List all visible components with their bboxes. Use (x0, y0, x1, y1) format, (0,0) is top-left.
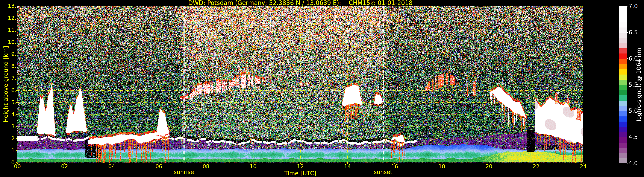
colorbar-tick-mark (627, 111, 628, 111)
y-tick-mark (16, 54, 18, 54)
x-tick-label: 02 (57, 163, 72, 169)
x-tick-label: 16 (387, 163, 402, 169)
colorbar-tick-mark (627, 6, 628, 7)
x-tick-mark (347, 163, 348, 164)
y-tick-mark (16, 150, 18, 151)
x-tick-mark (394, 163, 395, 164)
x-tick-label: 12 (293, 163, 308, 169)
y-tick-mark (16, 66, 18, 66)
x-tick-mark (158, 163, 159, 164)
y-tick-label: 8. (0, 63, 16, 69)
y-tick-label: 11. (0, 27, 16, 33)
colorbar-tick-label: 4.0 (628, 160, 638, 167)
y-tick-label: 13. (0, 3, 16, 9)
y-tick-mark (16, 18, 18, 18)
colorbar-tick-mark (627, 85, 628, 85)
y-tick-label: 10. (0, 39, 16, 45)
y-tick-label: 1. (0, 147, 16, 154)
y-tick-mark (16, 114, 18, 115)
y-tick-mark (16, 30, 18, 30)
x-tick-label: 00 (10, 163, 25, 169)
y-tick-mark (16, 102, 18, 103)
x-tick-mark (112, 163, 112, 164)
y-tick-mark (16, 90, 18, 91)
y-tick-label: 7. (0, 75, 16, 81)
x-tick-label: 08 (198, 163, 214, 169)
colorbar-tick-label: 7.0 (628, 3, 638, 10)
colorbar-tick-mark (627, 32, 628, 33)
colorbar-label: log(rc-signal) @ 1064 nm (636, 48, 642, 121)
y-tick-mark (16, 42, 18, 42)
x-tick-label: 22 (528, 163, 544, 169)
x-tick-label: 14 (340, 163, 355, 169)
sunset-annotation: sunset (364, 169, 402, 175)
colorbar-tick-label: 6.5 (628, 29, 638, 36)
x-tick-label: 04 (104, 163, 120, 169)
x-tick-label: 10 (246, 163, 261, 169)
backscatter-heatmap-canvas (18, 6, 583, 163)
x-tick-mark (17, 163, 18, 164)
y-tick-label: 5. (0, 99, 16, 106)
sunrise-annotation: sunrise (164, 169, 203, 175)
x-tick-mark (64, 163, 65, 164)
x-tick-mark (253, 163, 254, 164)
y-tick-mark (16, 6, 18, 6)
x-axis-label: Time [UTC] (18, 170, 583, 176)
y-tick-label: 3. (0, 123, 16, 130)
x-tick-mark (489, 163, 489, 164)
x-tick-label: 06 (151, 163, 166, 169)
x-tick-label: 20 (481, 163, 497, 169)
y-tick-label: 12. (0, 15, 16, 21)
colorbar-canvas (619, 6, 627, 163)
y-tick-mark (16, 138, 18, 139)
colorbar-tick-label: 4.5 (628, 134, 638, 140)
y-tick-mark (16, 78, 18, 78)
ceilometer-quicklook: DWD: Potsdam (Germany; 52.3836 N / 13.06… (0, 0, 644, 177)
x-tick-mark (583, 163, 584, 164)
colorbar-tick-mark (627, 58, 628, 59)
page-title: DWD: Potsdam (Germany; 52.3836 N / 13.06… (18, 0, 583, 6)
colorbar-tick-mark (627, 137, 628, 137)
y-tick-label: 2. (0, 135, 16, 142)
x-tick-label: 24 (576, 163, 591, 169)
y-tick-label: 6. (0, 87, 16, 94)
y-tick-label: 4. (0, 111, 16, 118)
y-tick-mark (16, 126, 18, 127)
x-tick-mark (300, 163, 301, 164)
y-tick-label: 9. (0, 51, 16, 57)
x-tick-label: 18 (434, 163, 450, 169)
x-tick-mark (442, 163, 442, 164)
x-tick-mark (536, 163, 536, 164)
x-tick-mark (206, 163, 206, 164)
colorbar-tick-mark (627, 163, 628, 163)
